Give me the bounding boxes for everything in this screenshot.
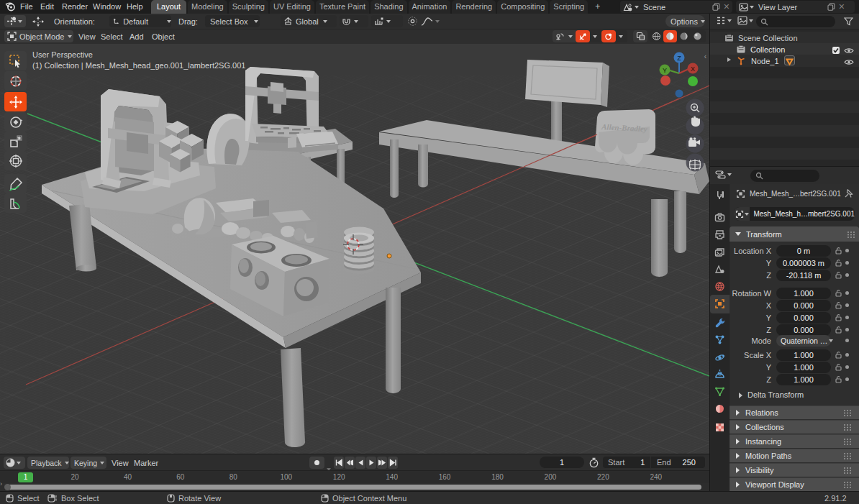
svg-text:X: X [691, 65, 695, 73]
svg-text:Z: Z [677, 55, 681, 62]
svg-text:Y: Y [663, 67, 667, 74]
